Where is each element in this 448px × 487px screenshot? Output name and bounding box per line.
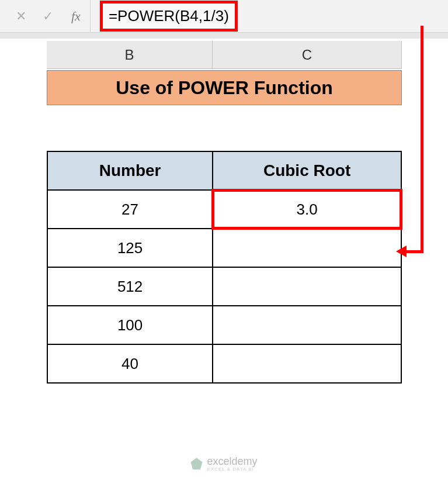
column-gap [0, 41, 47, 69]
column-header-c[interactable]: C [213, 41, 402, 69]
cell-root[interactable] [213, 306, 401, 344]
callout-arrow-head-icon [396, 246, 407, 257]
fx-icon[interactable]: fx [71, 9, 81, 24]
watermark-logo-icon [190, 458, 202, 469]
header-cubic-root[interactable]: Cubic Root [213, 151, 401, 190]
watermark-tagline: EXCEL & DATA BI [207, 467, 257, 472]
table-row: 40 [47, 344, 401, 383]
cell-number[interactable]: 27 [47, 190, 213, 229]
table-row: 512 [47, 267, 401, 306]
data-table: Number Cubic Root 27 3.0 125 512 100 [47, 151, 402, 384]
watermark-text-stack: exceldemy EXCEL & DATA BI [207, 455, 257, 472]
cell-root[interactable] [213, 229, 401, 267]
ribbon-divider [0, 33, 448, 41]
cancel-icon[interactable]: ✕ [13, 8, 29, 25]
cell-root-selected[interactable]: 3.0 [213, 190, 401, 229]
table-row: 27 3.0 [47, 190, 401, 229]
cell-number[interactable]: 40 [47, 344, 213, 383]
table-header-row: Number Cubic Root [47, 151, 401, 190]
column-header-b[interactable]: B [47, 41, 213, 69]
cell-number[interactable]: 512 [47, 267, 213, 306]
watermark-brand: exceldemy [207, 455, 257, 468]
confirm-icon[interactable]: ✓ [40, 8, 56, 25]
cell-root[interactable] [213, 267, 401, 306]
table-row: 100 [47, 306, 401, 344]
worksheet: B C Use of POWER Function Number Cubic R… [0, 41, 448, 384]
page-title: Use of POWER Function [47, 70, 402, 105]
cell-number[interactable]: 125 [47, 229, 213, 267]
table-row: 125 [47, 229, 401, 267]
cell-root[interactable] [213, 344, 401, 383]
formula-bar-controls: ✕ ✓ fx [0, 0, 91, 32]
column-headers: B C [0, 41, 448, 69]
header-number[interactable]: Number [47, 151, 213, 190]
cell-number[interactable]: 100 [47, 306, 213, 344]
watermark: exceldemy EXCEL & DATA BI [190, 455, 257, 472]
formula-input[interactable]: =POWER(B4,1/3) [100, 1, 238, 32]
formula-input-wrap: =POWER(B4,1/3) [91, 0, 448, 32]
formula-bar: ✕ ✓ fx =POWER(B4,1/3) [0, 0, 448, 33]
